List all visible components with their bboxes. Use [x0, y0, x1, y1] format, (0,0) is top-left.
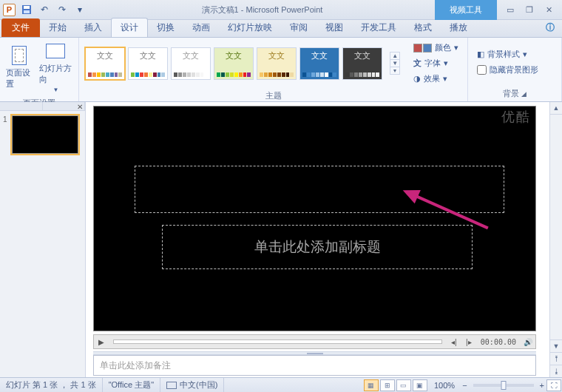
tab-animations[interactable]: 动画: [183, 18, 219, 37]
zoom-in-icon[interactable]: +: [538, 381, 546, 390]
tab-format[interactable]: 格式: [405, 18, 441, 37]
play-icon[interactable]: ▶: [94, 335, 109, 348]
theme-item[interactable]: 文文: [171, 47, 211, 80]
tab-file[interactable]: 文件: [1, 18, 40, 37]
slide-orientation-button[interactable]: 幻灯片方向 ▼: [39, 41, 73, 93]
theme-gallery: 文文文文文文文文文文文文文文: [85, 47, 382, 80]
theme-effects-button[interactable]: ◑效果 ▾: [410, 72, 461, 86]
status-slide-info: 幻灯片 第 1 张 ， 共 1 张: [0, 378, 103, 392]
scroll-up-icon[interactable]: ▲: [550, 102, 562, 115]
zoom-level[interactable]: 100%: [428, 378, 461, 392]
subtitle-placeholder[interactable]: 单击此处添加副标题: [162, 225, 473, 269]
tab-review[interactable]: 审阅: [281, 18, 316, 37]
play-time: 00:00.00: [476, 338, 521, 346]
hide-bg-check[interactable]: [477, 65, 487, 75]
scroll-down-icon[interactable]: ▼: [550, 339, 562, 352]
theme-item[interactable]: 文文: [85, 47, 125, 80]
notes-pane[interactable]: 单击此处添加备注: [93, 355, 536, 376]
gallery-spinner: ▲ ▼ ▾: [390, 52, 400, 75]
orientation-icon: [46, 44, 65, 58]
app-icon[interactable]: P: [3, 4, 16, 16]
page-setup-icon: [12, 46, 27, 65]
status-bar: 幻灯片 第 1 张 ， 共 1 张 "Office 主题" 中文(中国) ▦ ⊞…: [0, 377, 562, 392]
view-reading-icon[interactable]: ▭: [396, 379, 411, 391]
tab-view[interactable]: 视图: [316, 18, 352, 37]
volume-icon[interactable]: 🔊: [521, 335, 535, 348]
tab-insert[interactable]: 插入: [75, 18, 111, 37]
play-track[interactable]: [113, 339, 442, 344]
tab-playback[interactable]: 播放: [441, 18, 476, 37]
hide-background-checkbox[interactable]: 隐藏背景图形: [474, 63, 541, 77]
zoom-out-icon[interactable]: −: [461, 381, 468, 390]
prev-frame-icon[interactable]: ◂|: [447, 335, 461, 348]
minimize-icon[interactable]: ▭: [503, 3, 518, 16]
theme-item[interactable]: 文文: [257, 47, 297, 80]
redo-icon[interactable]: ↷: [55, 3, 69, 16]
tab-transitions[interactable]: 切换: [148, 18, 183, 37]
tab-design[interactable]: 设计: [111, 18, 148, 37]
close-pane-icon[interactable]: ✕: [75, 102, 85, 111]
group-themes: 主题: [79, 89, 467, 104]
prev-slide-icon[interactable]: ⭱: [550, 352, 562, 365]
help-icon[interactable]: ⓘ: [538, 18, 562, 37]
ribbon-tabs: 文件 开始 插入 设计 切换 动画 幻灯片放映 审阅 视图 开发工具 格式 播放…: [0, 20, 562, 38]
view-normal-icon[interactable]: ▦: [364, 379, 379, 391]
theme-item[interactable]: 文文: [342, 47, 382, 80]
restore-icon[interactable]: ❐: [522, 3, 537, 16]
contextual-tab-header: 视频工具: [435, 0, 497, 20]
theme-item[interactable]: 文文: [128, 47, 168, 80]
zoom-slider[interactable]: [473, 384, 534, 387]
fonts-icon: 文: [413, 58, 422, 69]
fit-window-icon[interactable]: ⛶: [546, 379, 561, 391]
orientation-label: 幻灯片方向: [39, 63, 73, 85]
tab-developer[interactable]: 开发工具: [352, 18, 405, 37]
title-placeholder[interactable]: [135, 166, 504, 213]
group-background: 背景 ◢: [468, 87, 561, 101]
gallery-down-icon[interactable]: ▼: [390, 60, 399, 67]
theme-item[interactable]: 文文: [299, 47, 339, 80]
theme-fonts-button[interactable]: 文字体 ▾: [410, 56, 461, 70]
status-theme: "Office 主题": [103, 378, 160, 392]
view-slideshow-icon[interactable]: ▣: [413, 379, 427, 391]
tab-slideshow[interactable]: 幻灯片放映: [219, 18, 281, 37]
svg-rect-2: [24, 10, 30, 13]
colors-icon: [413, 44, 432, 53]
page-setup-label: 页面设置: [6, 67, 33, 89]
slide-canvas[interactable]: 优酷 单击此处添加副标题: [93, 106, 536, 331]
svg-rect-1: [24, 6, 30, 9]
view-sorter-icon[interactable]: ⊞: [380, 379, 395, 391]
status-language[interactable]: 中文(中国): [160, 378, 224, 392]
ribbon: 页面设置 幻灯片方向 ▼ 页面设置 文文文文文文文文文文文文文文 ▲ ▼ ▾ 颜…: [0, 38, 562, 102]
next-slide-icon[interactable]: ⭳: [550, 365, 562, 377]
media-playbar: ▶ ◂| |▸ 00:00.00 🔊: [93, 334, 536, 349]
theme-item[interactable]: 文文: [214, 47, 254, 80]
thumb-number: 1: [3, 115, 9, 154]
keyboard-icon: [166, 382, 177, 389]
close-icon[interactable]: ✕: [541, 3, 556, 16]
qat-more-icon[interactable]: ▾: [73, 3, 87, 16]
theme-colors-button[interactable]: 颜色 ▾: [410, 41, 461, 55]
thumbs-tab-slides[interactable]: [0, 102, 43, 110]
page-setup-button[interactable]: 页面设置: [6, 45, 33, 89]
effects-icon: ◑: [413, 74, 421, 84]
next-frame-icon[interactable]: |▸: [461, 335, 476, 348]
vertical-scrollbar[interactable]: ▲ ▼ ⭱ ⭳: [549, 102, 562, 377]
gallery-up-icon[interactable]: ▲: [390, 53, 399, 60]
undo-icon[interactable]: ↶: [38, 3, 51, 16]
watermark: 优酷: [501, 108, 531, 126]
gallery-more-icon[interactable]: ▾: [390, 67, 399, 74]
window-title: 演示文稿1 - Microsoft PowerPoint: [89, 4, 435, 16]
background-icon: ◧: [477, 50, 484, 59]
tab-home[interactable]: 开始: [40, 18, 75, 37]
slide-thumbnail[interactable]: [12, 115, 78, 154]
slide-thumbnails-pane: ✕ 1: [0, 102, 86, 377]
background-styles-button[interactable]: ◧背景样式 ▾: [474, 47, 541, 61]
save-icon[interactable]: [20, 3, 33, 16]
